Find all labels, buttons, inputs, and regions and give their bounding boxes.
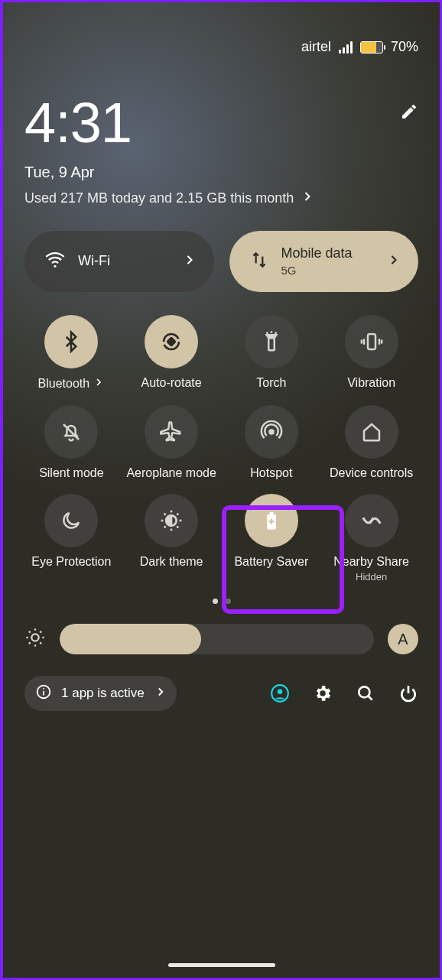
hotspot-tile[interactable]: Hotspot	[225, 405, 319, 480]
search-button[interactable]	[356, 683, 375, 703]
bluetooth-label: Bluetooth	[38, 377, 90, 391]
wifi-icon	[44, 249, 66, 274]
chevron-right-icon	[300, 189, 315, 208]
svg-line-41	[368, 696, 372, 699]
bell-off-icon	[60, 420, 83, 443]
svg-line-4	[267, 333, 268, 335]
vibration-label: Vibration	[347, 376, 395, 390]
nearby-share-label: Nearby Share	[333, 555, 409, 569]
battery-saver-tile[interactable]: Battery Saver	[225, 494, 319, 582]
settings-button[interactable]	[313, 683, 333, 703]
clock-time: 4:31	[24, 95, 132, 151]
silent-mode-tile[interactable]: Silent mode	[24, 405, 119, 480]
chevron-right-icon	[93, 376, 105, 391]
moon-icon	[60, 509, 83, 532]
svg-line-5	[275, 333, 276, 335]
torch-label: Torch	[256, 376, 286, 390]
svg-rect-6	[368, 334, 375, 349]
nearby-share-icon	[360, 509, 383, 532]
page-indicator	[24, 599, 418, 604]
aeroplane-icon	[160, 420, 183, 443]
mobile-data-sublabel: 5G	[281, 264, 375, 277]
edit-button[interactable]	[400, 102, 418, 124]
chevron-right-icon	[154, 685, 167, 703]
active-apps-chip[interactable]: 1 app is active	[24, 676, 177, 711]
svg-rect-1	[166, 336, 177, 347]
battery-saver-icon	[261, 510, 282, 531]
device-controls-label: Device controls	[330, 466, 413, 480]
brightness-slider[interactable]	[60, 624, 374, 654]
dark-theme-label: Dark theme	[140, 555, 203, 569]
torch-tile[interactable]: Torch	[225, 315, 319, 391]
dark-theme-tile[interactable]: Dark theme	[125, 494, 219, 582]
svg-line-21	[177, 514, 178, 515]
pencil-icon	[400, 102, 418, 121]
dark-theme-icon	[159, 508, 184, 533]
status-bar: airtel 70%	[24, 2, 418, 55]
svg-line-19	[177, 526, 178, 527]
nearby-share-sublabel: Hidden	[356, 572, 387, 582]
wifi-tile[interactable]: Wi-Fi	[24, 231, 214, 292]
data-usage-text: Used 217 MB today and 2.15 GB this month	[24, 190, 294, 206]
power-button[interactable]	[398, 683, 418, 703]
svg-point-26	[31, 634, 38, 641]
hotspot-label: Hotspot	[250, 466, 292, 480]
bluetooth-icon	[60, 330, 83, 353]
svg-line-34	[40, 631, 41, 633]
data-usage-row[interactable]: Used 217 MB today and 2.15 GB this month	[24, 189, 418, 208]
svg-point-40	[359, 686, 369, 697]
nearby-share-tile[interactable]: Nearby Share Hidden	[324, 494, 418, 582]
eye-protection-label: Eye Protection	[31, 555, 111, 569]
silent-mode-label: Silent mode	[39, 466, 104, 480]
brightness-icon	[24, 627, 46, 651]
vibration-icon	[360, 330, 383, 353]
autorotate-label: Auto-rotate	[141, 376, 202, 390]
vibration-tile[interactable]: Vibration	[324, 315, 418, 391]
search-icon	[356, 683, 375, 703]
svg-point-12	[269, 430, 273, 434]
chevron-right-icon	[386, 252, 401, 271]
svg-line-18	[164, 514, 166, 515]
torch-icon	[260, 330, 283, 353]
user-switch-button[interactable]	[270, 683, 290, 703]
chevron-right-icon	[182, 252, 197, 271]
carrier-label: airtel	[301, 39, 331, 55]
svg-rect-2	[268, 338, 275, 350]
aeroplane-mode-tile[interactable]: Aeroplane mode	[125, 405, 219, 480]
svg-line-20	[164, 526, 166, 527]
svg-line-31	[29, 631, 31, 633]
date-label: Tue, 9 Apr	[24, 164, 418, 181]
mobile-data-label: Mobile data	[281, 245, 375, 262]
aeroplane-mode-label: Aeroplane mode	[126, 466, 216, 480]
svg-line-33	[29, 642, 31, 644]
autorotate-tile[interactable]: Auto-rotate	[125, 315, 219, 391]
info-icon	[35, 683, 52, 704]
auto-brightness-toggle[interactable]: A	[388, 624, 418, 654]
svg-line-32	[40, 642, 41, 644]
bluetooth-tile[interactable]: Bluetooth	[24, 315, 119, 391]
svg-point-0	[54, 265, 56, 268]
svg-point-39	[278, 690, 283, 695]
autorotate-icon	[160, 330, 183, 353]
battery-icon	[360, 41, 383, 54]
active-apps-text: 1 app is active	[61, 686, 145, 701]
power-icon	[398, 683, 418, 703]
battery-percentage: 70%	[391, 39, 418, 55]
hotspot-icon	[260, 420, 283, 443]
gear-icon	[313, 683, 333, 703]
svg-point-37	[43, 687, 44, 689]
eye-protection-tile[interactable]: Eye Protection	[24, 494, 119, 582]
svg-rect-23	[270, 512, 274, 514]
wifi-label: Wi-Fi	[78, 253, 170, 270]
device-controls-tile[interactable]: Device controls	[324, 405, 418, 480]
signal-icon	[339, 41, 353, 54]
gesture-nav-bar[interactable]	[168, 963, 275, 967]
home-icon	[360, 420, 383, 443]
mobile-data-tile[interactable]: Mobile data 5G	[229, 231, 419, 292]
mobile-data-icon	[249, 250, 269, 273]
battery-saver-label: Battery Saver	[234, 555, 308, 569]
